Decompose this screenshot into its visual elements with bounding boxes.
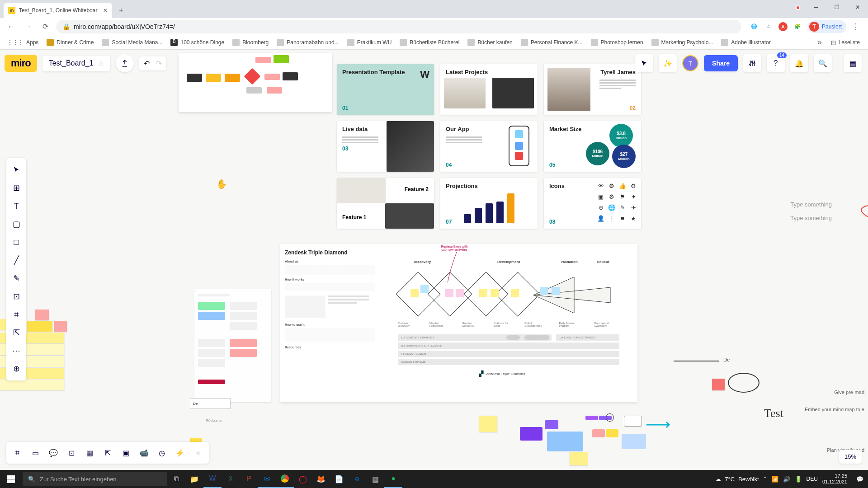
ellipse-shape[interactable] xyxy=(728,373,760,393)
edge-app[interactable]: e xyxy=(348,470,366,488)
browser-tab[interactable]: m Test_Board_1, Online Whiteboar ✕ xyxy=(4,3,112,18)
word-app[interactable]: W xyxy=(203,470,222,488)
reactions-button[interactable]: ✨ xyxy=(659,54,677,72)
volume-icon[interactable]: 🔊 xyxy=(783,476,790,483)
start-button[interactable] xyxy=(0,470,22,488)
video-button[interactable]: 📹 xyxy=(135,444,153,462)
line-tool[interactable]: ╱ xyxy=(6,251,26,269)
window-maximize-button[interactable]: ❐ xyxy=(826,0,847,14)
sticky-tool[interactable]: ▢ xyxy=(6,215,26,233)
undo-button[interactable]: ↶ xyxy=(144,59,150,68)
close-tab-icon[interactable]: ✕ xyxy=(103,7,108,14)
miro-logo[interactable]: miro xyxy=(5,55,37,72)
mail-app[interactable]: ✉ xyxy=(258,470,276,488)
flow-diagram-frame[interactable] xyxy=(179,53,332,112)
bookmark-item[interactable]: B100 schöne Dinge xyxy=(168,37,227,48)
excel-app[interactable]: X xyxy=(222,470,240,488)
help-button[interactable]: ? xyxy=(767,54,785,72)
new-tab-button[interactable]: + xyxy=(115,4,127,17)
bookmark-item[interactable]: Social Media Mana... xyxy=(99,37,165,48)
window-close-button[interactable]: ✕ xyxy=(847,0,868,14)
zendesk-frame[interactable]: Zendesk Triple Diamond About us! How it … xyxy=(280,244,637,402)
language-indicator[interactable]: DEU xyxy=(807,476,818,482)
vote-button[interactable]: ▣ xyxy=(117,444,135,462)
card-node[interactable] xyxy=(545,420,558,429)
link-button[interactable]: ⇱ xyxy=(99,444,117,462)
battery-icon[interactable]: 🔋 xyxy=(795,476,802,483)
presentation-card[interactable]: Our App 04 xyxy=(440,121,538,172)
presentation-card[interactable]: Feature 2 Feature 1 xyxy=(337,178,434,229)
text-heading[interactable]: Test xyxy=(764,407,783,420)
shape[interactable] xyxy=(622,434,646,449)
presentation-card[interactable]: Latest Projects xyxy=(440,64,538,115)
bookmark-item[interactable]: Bücher kaufen xyxy=(465,37,515,48)
presentation-card[interactable]: Live data 03 xyxy=(337,121,434,172)
search-button[interactable]: 🔍 xyxy=(814,54,832,72)
star-icon[interactable]: ☆ xyxy=(98,59,104,68)
pen-tool[interactable]: ✎ xyxy=(6,269,26,287)
window-minimize-button[interactable]: ─ xyxy=(806,0,826,14)
apps-button[interactable]: ⋮⋮⋮Apps xyxy=(5,38,41,47)
bookmark-item[interactable]: Marketing Psycholo... xyxy=(649,37,716,48)
explorer-app[interactable]: 📁 xyxy=(185,470,203,488)
calculator-app[interactable]: ▦ xyxy=(366,470,384,488)
collapse-button[interactable]: « xyxy=(189,444,207,462)
notifications-icon[interactable]: 💬 xyxy=(856,476,863,483)
network-icon[interactable]: 📶 xyxy=(771,476,778,483)
sticky-note[interactable] xyxy=(712,379,725,390)
sticky-note[interactable] xyxy=(570,452,588,465)
sticky-note[interactable] xyxy=(54,321,67,332)
opera-app[interactable]: ◯ xyxy=(294,470,312,488)
powerpoint-app[interactable]: P xyxy=(240,470,258,488)
text-node[interactable]: De xyxy=(723,357,730,362)
shape-tool[interactable]: □ xyxy=(6,233,26,251)
translate-icon[interactable]: 🌐 xyxy=(750,22,759,31)
shape[interactable] xyxy=(606,429,618,437)
extension-icon-1[interactable]: A xyxy=(778,22,788,31)
chrome-menu-icon[interactable]: ⋮ xyxy=(852,22,860,32)
card-node[interactable] xyxy=(520,427,542,441)
shape[interactable] xyxy=(592,429,605,437)
bookmark-item[interactable]: Personal Finance K... xyxy=(518,37,585,48)
placeholder-text[interactable]: Type something xyxy=(790,215,832,221)
bookmark-item[interactable]: Photoshop lernen xyxy=(588,37,646,48)
forward-button[interactable]: → xyxy=(22,20,34,33)
curve-line[interactable] xyxy=(850,203,868,221)
presentation-card[interactable]: Tyrell James 02 xyxy=(544,64,641,115)
canvas[interactable]: ✋ Presentation Template W 01 Latest Proj… xyxy=(0,50,868,470)
taskbar-search[interactable]: 🔍 Zur Suche Text hier eingeben xyxy=(23,472,167,486)
activity-panel-button[interactable]: ▤ xyxy=(844,54,862,72)
user-avatar[interactable]: T xyxy=(682,55,698,71)
bookmark-item[interactable]: Panoramabahn und... xyxy=(274,37,341,48)
export-button[interactable] xyxy=(116,54,134,72)
timer-button[interactable]: ◷ xyxy=(153,444,171,462)
share-button[interactable]: Share xyxy=(704,55,738,71)
templates-tool[interactable]: ⊞ xyxy=(6,179,26,197)
clock[interactable]: 17:25 01.12.2021 xyxy=(822,473,852,485)
firefox-app[interactable]: 🦊 xyxy=(312,470,330,488)
more-tools[interactable]: ⋯ xyxy=(6,342,26,360)
comment-tool[interactable]: ⊡ xyxy=(6,287,26,305)
cursor-mode-button[interactable] xyxy=(635,54,653,72)
task-view-button[interactable]: ⧉ xyxy=(167,470,185,488)
frames-panel-button[interactable]: ⌗ xyxy=(8,444,26,462)
bookmark-item[interactable]: Dinner & Crime xyxy=(44,37,96,48)
chrome-app[interactable] xyxy=(276,470,294,488)
reading-list-button[interactable]: ▤Leseliste xyxy=(827,38,863,47)
text-node[interactable]: Give pre-mad xyxy=(834,389,864,395)
address-bar[interactable]: 🔒 miro.com/app/board/uXjVOeTrz74=/ xyxy=(56,20,741,33)
tray-chevron-icon[interactable]: ˄ xyxy=(764,476,767,483)
template-thumbnail[interactable]: De xyxy=(194,289,271,402)
bookmark-star-icon[interactable]: ☆ xyxy=(764,22,773,31)
present-button[interactable]: ▭ xyxy=(26,444,44,462)
settings-button[interactable] xyxy=(743,54,761,72)
reload-button[interactable]: ⟳ xyxy=(39,20,52,33)
presentation-card[interactable]: Presentation Template W 01 xyxy=(337,64,434,115)
bolt-button[interactable]: ⚡ xyxy=(171,444,189,462)
presentation-card[interactable]: Projections 07 xyxy=(440,178,538,229)
screen-share-button[interactable]: ⊡ xyxy=(62,444,80,462)
redo-button[interactable]: ↷ xyxy=(156,59,162,68)
frame-tool[interactable]: ⌗ xyxy=(6,305,26,324)
rect-shape[interactable] xyxy=(624,416,642,427)
circle-shape[interactable] xyxy=(606,413,614,422)
